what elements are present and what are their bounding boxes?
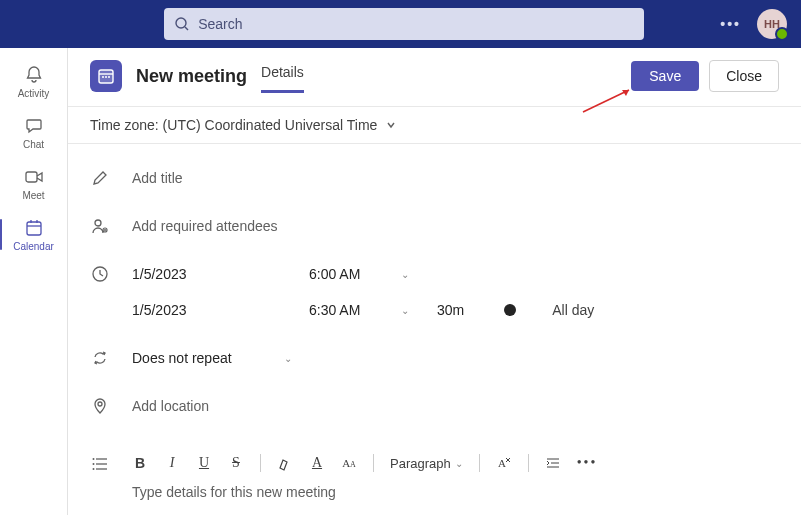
location-icon: [90, 396, 110, 416]
title-input[interactable]: Add title: [132, 170, 779, 186]
list-icon: [90, 454, 110, 474]
timezone-row[interactable]: Time zone: (UTC) Coordinated Universal T…: [68, 106, 801, 144]
svg-point-19: [98, 402, 102, 406]
svg-text:A: A: [498, 457, 506, 469]
rail-label: Chat: [23, 139, 44, 150]
separator: [528, 454, 529, 472]
timezone-label: Time zone: (UTC) Coordinated Universal T…: [90, 117, 377, 133]
font-size-button[interactable]: AA: [341, 457, 357, 469]
tab-details[interactable]: Details: [261, 64, 304, 93]
pencil-icon: [90, 168, 110, 188]
page-header: New meeting Details Save Close: [68, 48, 801, 92]
calendar-badge-icon: [90, 60, 122, 92]
location-row: Add location: [90, 382, 779, 430]
separator: [479, 454, 480, 472]
rail-item-meet[interactable]: Meet: [0, 158, 67, 209]
svg-point-23: [93, 458, 95, 460]
save-button[interactable]: Save: [631, 61, 699, 91]
rail-item-chat[interactable]: Chat: [0, 107, 67, 158]
start-date-input[interactable]: 1/5/2023: [132, 266, 287, 282]
svg-point-11: [108, 76, 110, 78]
chevron-down-icon: ⌄: [401, 269, 409, 280]
calendar-icon: [23, 217, 45, 239]
font-color-button[interactable]: A: [309, 455, 325, 471]
paragraph-select[interactable]: Paragraph ⌄: [390, 456, 463, 471]
svg-rect-2: [26, 172, 37, 182]
status-dot-icon: [504, 304, 516, 316]
end-time-input[interactable]: 6:30 AM: [309, 302, 379, 318]
bold-button[interactable]: B: [132, 455, 148, 471]
location-input[interactable]: Add location: [132, 398, 779, 414]
svg-marker-13: [622, 90, 629, 96]
end-date-input[interactable]: 1/5/2023: [132, 302, 287, 318]
separator: [373, 454, 374, 472]
title-row: Add title: [90, 154, 779, 202]
repeat-row: Does not repeat ⌄: [90, 334, 779, 382]
start-datetime-row: 1/5/2023 6:00 AM ⌄: [90, 250, 779, 298]
top-bar: Search ••• HH: [0, 0, 801, 48]
rail-item-calendar[interactable]: Calendar: [0, 209, 67, 260]
rail-label: Calendar: [13, 241, 54, 252]
allday-toggle[interactable]: All day: [552, 302, 594, 318]
description-row: B I U S A AA Paragraph ⌄: [90, 430, 779, 515]
highlight-button[interactable]: [277, 455, 293, 471]
attendees-row: Add required attendees: [90, 202, 779, 250]
search-input[interactable]: Search: [164, 8, 644, 40]
italic-button[interactable]: I: [164, 455, 180, 471]
avatar[interactable]: HH: [757, 9, 787, 39]
svg-point-24: [93, 463, 95, 465]
svg-line-1: [185, 27, 188, 30]
chat-icon: [23, 115, 45, 137]
chevron-down-icon: [385, 119, 397, 131]
format-toolbar: B I U S A AA Paragraph ⌄: [132, 444, 779, 476]
main-panel: New meeting Details Save Close Time zone…: [68, 48, 801, 515]
svg-point-0: [176, 18, 186, 28]
more-icon[interactable]: •••: [714, 16, 747, 32]
chevron-down-icon: ⌄: [401, 305, 409, 316]
repeat-select[interactable]: Does not repeat: [132, 350, 262, 366]
description-input[interactable]: Type details for this new meeting: [132, 476, 779, 508]
duration-label: 30m: [437, 302, 464, 318]
rail-nav: Activity Chat Meet Calendar: [0, 48, 68, 515]
page-title: New meeting: [136, 66, 247, 87]
rail-label: Activity: [18, 88, 50, 99]
end-datetime-row: 1/5/2023 6:30 AM ⌄ 30m All day: [90, 298, 779, 334]
separator: [260, 454, 261, 472]
svg-point-25: [93, 468, 95, 470]
more-format-button[interactable]: •••: [577, 455, 598, 471]
avatar-initials: HH: [764, 18, 780, 30]
search-icon: [174, 16, 190, 32]
people-icon: [90, 216, 110, 236]
svg-rect-3: [27, 222, 41, 235]
underline-button[interactable]: U: [196, 455, 212, 471]
indent-button[interactable]: [545, 455, 561, 471]
rail-item-activity[interactable]: Activity: [0, 56, 67, 107]
search-placeholder: Search: [198, 16, 242, 32]
svg-point-14: [95, 220, 101, 226]
clock-icon: [90, 264, 110, 284]
meeting-form: Add title Add required attendees 1/5/202…: [68, 144, 801, 515]
clear-format-button[interactable]: A: [496, 455, 512, 471]
svg-point-9: [102, 76, 104, 78]
rail-label: Meet: [22, 190, 44, 201]
svg-point-10: [105, 76, 107, 78]
chevron-down-icon: ⌄: [284, 353, 292, 364]
video-icon: [23, 166, 45, 188]
repeat-icon: [90, 348, 110, 368]
attendees-input[interactable]: Add required attendees: [132, 218, 779, 234]
bell-icon: [23, 64, 45, 86]
strike-button[interactable]: S: [228, 455, 244, 471]
start-time-input[interactable]: 6:00 AM: [309, 266, 379, 282]
close-button[interactable]: Close: [709, 60, 779, 92]
